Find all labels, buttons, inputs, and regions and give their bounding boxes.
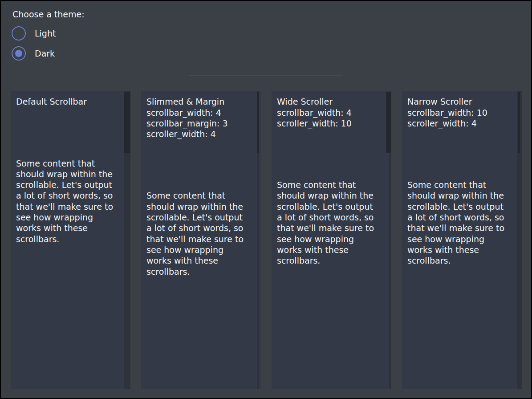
radio-button-dark-icon[interactable] [12, 46, 26, 61]
radio-dot-icon [15, 50, 22, 57]
panel-slimmed-margin[interactable]: Slimmed & Margin scrollbar_width: 4 scro… [141, 91, 261, 389]
radio-label-dark: Dark [35, 48, 55, 59]
scrollbar-demo-row: Default Scrollbar Some content that shou… [11, 91, 522, 389]
scrollbar-thumb[interactable] [257, 92, 259, 153]
app-window: Choose a theme: Light Dark Default Scrol… [0, 0, 532, 399]
scrollbar-thumb[interactable] [386, 92, 391, 153]
panel-title: Default Scrollbar [16, 96, 122, 107]
panel-title: Wide Scroller [277, 96, 383, 107]
panel-default-scrollbar[interactable]: Default Scrollbar Some content that shou… [11, 91, 130, 389]
panel-narrow-scroller[interactable]: Narrow Scroller scrollbar_width: 10 scro… [402, 91, 522, 389]
panel-config: scrollbar_width: 10 scroller_width: 4 [407, 107, 514, 129]
panel-config: scrollbar_width: 4 scrollbar_margin: 3 s… [146, 107, 253, 140]
scrollbar-thumb[interactable] [518, 92, 520, 153]
panel-body-text: Some content that should wrap within the… [277, 179, 383, 266]
theme-option-dark[interactable]: Dark [12, 46, 531, 61]
panel-config: scrollbar_width: 4 scroller_width: 10 [277, 107, 383, 129]
panel-body-text: Some content that should wrap within the… [146, 190, 253, 277]
panel-wide-scroller[interactable]: Wide Scroller scrollbar_width: 4 scrolle… [272, 91, 391, 389]
panel-title: Slimmed & Margin [146, 96, 253, 107]
scrollbar-thumb[interactable] [124, 92, 130, 153]
horizontal-divider [189, 75, 343, 76]
radio-label-light: Light [35, 28, 56, 39]
radio-button-light-icon[interactable] [12, 26, 26, 41]
theme-chooser-label: Choose a theme: [12, 9, 531, 20]
panel-body-text: Some content that should wrap within the… [16, 158, 122, 244]
panel-title: Narrow Scroller [407, 96, 514, 107]
panel-body-text: Some content that should wrap within the… [407, 179, 514, 266]
theme-option-light[interactable]: Light [12, 26, 531, 41]
